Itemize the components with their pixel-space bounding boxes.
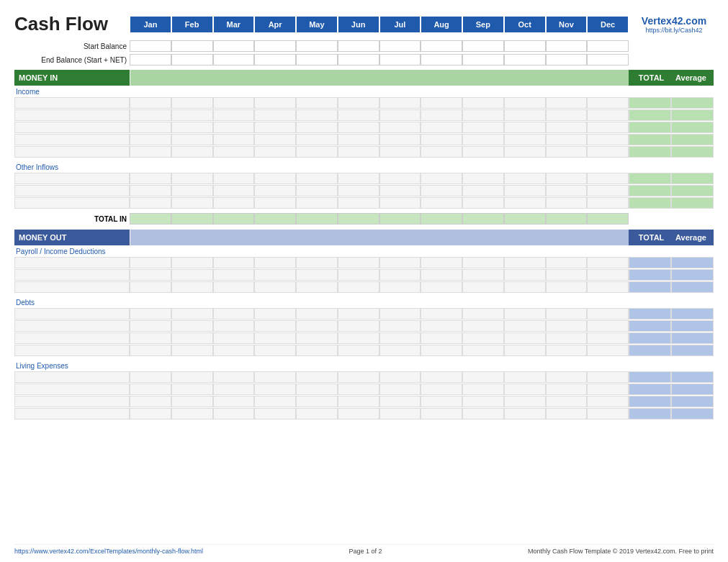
data-cell[interactable]: [171, 281, 213, 293]
data-cell[interactable]: [462, 269, 504, 281]
data-cell[interactable]: [546, 109, 588, 121]
data-cell[interactable]: [421, 134, 462, 145]
data-cell[interactable]: [462, 320, 504, 332]
data-cell[interactable]: [130, 173, 171, 184]
balance-cell[interactable]: [171, 40, 213, 52]
data-cell[interactable]: [587, 122, 629, 133]
data-cell[interactable]: [587, 396, 629, 407]
data-cell[interactable]: [130, 146, 171, 158]
data-cell[interactable]: [213, 109, 255, 121]
branding-main[interactable]: Vertex42.com: [634, 15, 714, 27]
data-cell[interactable]: [213, 257, 255, 268]
data-cell[interactable]: [338, 134, 379, 145]
data-cell[interactable]: [213, 146, 255, 158]
data-cell[interactable]: [379, 122, 421, 133]
data-cell[interactable]: [587, 281, 629, 293]
data-cell[interactable]: [421, 269, 462, 281]
data-cell[interactable]: [379, 345, 421, 356]
data-cell[interactable]: [296, 122, 338, 133]
data-cell[interactable]: [587, 269, 629, 281]
row-label[interactable]: [14, 97, 130, 109]
balance-cell[interactable]: [421, 54, 462, 65]
data-cell[interactable]: [171, 134, 213, 145]
data-cell[interactable]: [296, 345, 338, 356]
data-cell[interactable]: [296, 134, 338, 145]
data-cell[interactable]: [587, 345, 629, 356]
data-cell[interactable]: [171, 122, 213, 133]
row-label[interactable]: [14, 345, 130, 356]
data-cell[interactable]: [130, 197, 171, 209]
row-label[interactable]: [14, 396, 130, 407]
data-cell[interactable]: [504, 408, 546, 420]
data-cell[interactable]: [504, 146, 546, 158]
data-cell[interactable]: [130, 345, 171, 356]
data-cell[interactable]: [213, 320, 255, 332]
data-cell[interactable]: [171, 308, 213, 319]
data-cell[interactable]: [421, 173, 462, 184]
data-cell[interactable]: [171, 345, 213, 356]
balance-cell[interactable]: [254, 40, 296, 52]
data-cell[interactable]: [587, 173, 629, 184]
data-cell[interactable]: [587, 197, 629, 209]
balance-cell[interactable]: [462, 54, 504, 65]
data-cell[interactable]: [254, 122, 296, 133]
balance-cell[interactable]: [587, 40, 629, 52]
data-cell[interactable]: [379, 257, 421, 268]
data-cell[interactable]: [421, 146, 462, 158]
data-cell[interactable]: [462, 197, 504, 209]
data-cell[interactable]: [421, 345, 462, 356]
balance-cell[interactable]: [379, 54, 421, 65]
branding-sub[interactable]: https://bit.ly/Cash42: [634, 27, 714, 34]
data-cell[interactable]: [254, 269, 296, 281]
data-cell[interactable]: [296, 269, 338, 281]
data-cell[interactable]: [213, 396, 255, 407]
data-cell[interactable]: [254, 185, 296, 196]
balance-cell[interactable]: [504, 40, 546, 52]
data-cell[interactable]: [213, 384, 255, 395]
row-label[interactable]: [14, 173, 130, 184]
data-cell[interactable]: [379, 134, 421, 145]
data-cell[interactable]: [296, 396, 338, 407]
data-cell[interactable]: [338, 97, 379, 109]
data-cell[interactable]: [462, 97, 504, 109]
data-cell[interactable]: [130, 384, 171, 395]
data-cell[interactable]: [171, 408, 213, 420]
data-cell[interactable]: [213, 308, 255, 319]
data-cell[interactable]: [171, 146, 213, 158]
data-cell[interactable]: [546, 281, 588, 293]
data-cell[interactable]: [421, 197, 462, 209]
data-cell[interactable]: [254, 371, 296, 383]
balance-cell[interactable]: [504, 54, 546, 65]
data-cell[interactable]: [421, 281, 462, 293]
data-cell[interactable]: [504, 308, 546, 319]
data-cell[interactable]: [213, 122, 255, 133]
data-cell[interactable]: [421, 384, 462, 395]
data-cell[interactable]: [296, 308, 338, 319]
data-cell[interactable]: [546, 269, 588, 281]
data-cell[interactable]: [254, 332, 296, 344]
data-cell[interactable]: [379, 384, 421, 395]
data-cell[interactable]: [338, 396, 379, 407]
month-btn-jan[interactable]: Jan: [130, 16, 171, 33]
row-label[interactable]: [14, 197, 130, 209]
data-cell[interactable]: [171, 332, 213, 344]
data-cell[interactable]: [296, 185, 338, 196]
data-cell[interactable]: [546, 345, 588, 356]
data-cell[interactable]: [338, 308, 379, 319]
data-cell[interactable]: [504, 345, 546, 356]
data-cell[interactable]: [546, 408, 588, 420]
data-cell[interactable]: [587, 308, 629, 319]
data-cell[interactable]: [296, 332, 338, 344]
data-cell[interactable]: [338, 173, 379, 184]
balance-cell[interactable]: [338, 40, 379, 52]
balance-cell[interactable]: [213, 54, 255, 65]
data-cell[interactable]: [296, 173, 338, 184]
row-label[interactable]: [14, 308, 130, 319]
data-cell[interactable]: [254, 320, 296, 332]
data-cell[interactable]: [130, 320, 171, 332]
data-cell[interactable]: [462, 384, 504, 395]
data-cell[interactable]: [171, 371, 213, 383]
data-cell[interactable]: [338, 109, 379, 121]
data-cell[interactable]: [379, 308, 421, 319]
data-cell[interactable]: [421, 396, 462, 407]
